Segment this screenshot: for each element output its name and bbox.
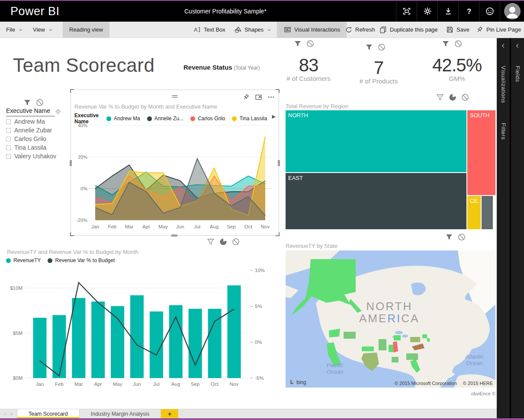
legend-item[interactable]: Andrew Ma — [106, 115, 140, 122]
exclude-icon[interactable] — [231, 237, 240, 246]
shapes-menu[interactable]: Shapes — [234, 22, 272, 38]
checkbox[interactable] — [6, 137, 11, 141]
tab-team-scorecard[interactable]: Team Scorecard — [17, 409, 80, 418]
kpi-card-customers[interactable]: 83 # of Customers — [277, 56, 340, 82]
expand-pane-icon[interactable] — [514, 42, 521, 49]
fields-pane-label[interactable]: Fields — [514, 66, 521, 82]
filter-icon[interactable] — [441, 39, 450, 48]
feedback-button[interactable] — [479, 1, 500, 22]
checkbox[interactable] — [6, 154, 11, 159]
visualizations-pane-label[interactable]: Visualizations — [500, 66, 507, 103]
treemap-visual[interactable]: NORTHEASTSOUTHCE... — [286, 110, 495, 229]
chevron-down-icon — [266, 27, 272, 33]
treemap-tile-ce[interactable]: CE... — [467, 196, 481, 229]
reading-view-button[interactable]: Reading view — [63, 22, 109, 38]
tab-industry-margin-analysis[interactable]: Industry Margin Analysis — [80, 409, 161, 418]
slicer-item[interactable]: Tina Lassila — [6, 143, 56, 152]
combo-chart-plot[interactable]: $10M$5M$0M10%5%0%-5%JanFebMarAprMayJunJu… — [5, 263, 270, 390]
resize-handle-left[interactable] — [70, 160, 72, 166]
legend-scroll-arrow[interactable]: ▶ — [272, 114, 276, 119]
save-button[interactable]: Save — [446, 22, 469, 38]
checkbox[interactable] — [6, 128, 11, 133]
eraser-icon[interactable] — [55, 108, 62, 115]
checkbox[interactable] — [6, 119, 11, 124]
exclude-icon[interactable] — [454, 39, 463, 48]
treemap-tile[interactable] — [482, 196, 493, 229]
resize-handle-bottom[interactable] — [171, 234, 177, 237]
legend-label: RevenueTY — [13, 257, 41, 263]
refresh-button[interactable]: Refresh — [345, 22, 375, 38]
area-chart-plot[interactable]: 40%20%0%-20%JanFebMarAprMayJunJulAugSepO… — [73, 121, 277, 233]
filter-icon[interactable] — [365, 43, 373, 51]
pie-drill-icon[interactable] — [448, 93, 457, 102]
expand-pane-icon[interactable] — [500, 42, 507, 49]
treemap-tile-north[interactable]: NORTH — [286, 110, 466, 172]
legend-item[interactable]: Tina Lassila — [232, 115, 267, 122]
map-visual[interactable]: NORTH AMERICA Pacific Ocean Atlantic Oce… — [286, 250, 495, 388]
svg-text:40%: 40% — [78, 123, 87, 128]
tab-nav-arrows: ‹ › — [0, 409, 17, 418]
duplicate-page-button[interactable]: Duplicate this page — [379, 22, 438, 38]
more-options-icon[interactable] — [267, 93, 275, 101]
treemap-tile-south[interactable]: SOUTH — [467, 110, 495, 195]
text-box-button[interactable]: Text Box — [193, 22, 225, 38]
svg-text:Sep: Sep — [191, 382, 199, 387]
legend-item[interactable]: Annelie Zu... — [147, 115, 183, 122]
settings-button[interactable] — [417, 1, 437, 22]
exclude-icon[interactable] — [35, 98, 44, 107]
focus-mode-icon[interactable] — [254, 93, 263, 101]
kpi-card-products[interactable]: 7 # of Products — [347, 59, 410, 85]
svg-text:Mar: Mar — [74, 382, 83, 387]
filter-icon[interactable] — [445, 233, 453, 241]
combo-chart-legend: RevenueTYRevenue Var % to Budget — [6, 257, 122, 263]
combo-hover-icons — [206, 237, 240, 246]
slicer-item[interactable]: Valery Ushakov — [6, 152, 56, 160]
slicer-list: Andrew MaAnnelie ZubarCarlos GriloTina L… — [6, 117, 56, 160]
kpi-card-gm[interactable]: 42.5% GM% — [425, 56, 489, 82]
filter-icon[interactable] — [23, 98, 32, 107]
filter-icon[interactable] — [293, 39, 302, 48]
slicer-item[interactable]: Carlos Grilo — [6, 135, 56, 143]
fullscreen-button[interactable] — [396, 1, 417, 22]
exec-variance-chart-visual[interactable]: Revenue Var % to Budget by Month and Exe… — [71, 90, 279, 236]
pie-drill-icon[interactable] — [219, 237, 228, 246]
filter-icon[interactable] — [206, 237, 215, 246]
filters-pane-label[interactable]: Filters — [500, 123, 507, 140]
slicer-item-label: Tina Lassila — [14, 144, 46, 151]
visual-interactions-button[interactable]: Visual Interactions — [277, 22, 347, 38]
exclude-icon[interactable] — [457, 233, 466, 241]
report-title: Customer Profitability Sample* — [184, 8, 267, 15]
exclude-icon[interactable] — [377, 43, 386, 51]
legend-item[interactable]: Revenue Var % to Budget — [48, 257, 115, 263]
svg-text:Oct: Oct — [211, 382, 219, 387]
bing-logo[interactable]: bing — [289, 379, 306, 385]
atlantic-ocean-label: Atlantic Ocean — [465, 353, 484, 366]
download-button[interactable] — [437, 1, 458, 22]
next-page-arrow[interactable]: › — [10, 410, 12, 417]
legend-item[interactable]: RevenueTY — [6, 257, 41, 263]
view-menu[interactable]: View — [33, 22, 54, 38]
pin-live-page-button[interactable]: Pin Live Page — [476, 22, 521, 38]
window-bottom-border — [0, 418, 524, 420]
filter-icon[interactable] — [436, 93, 444, 102]
account-button[interactable] — [500, 1, 524, 22]
legend-item[interactable]: Carlos Grilo — [190, 115, 225, 122]
help-button[interactable] — [458, 1, 479, 22]
legend-dot — [48, 258, 52, 263]
resize-handle-right[interactable] — [278, 160, 280, 166]
file-menu[interactable]: File — [6, 22, 24, 38]
exclude-icon[interactable] — [461, 93, 469, 102]
drag-grip-icon[interactable] — [170, 92, 180, 101]
exclude-icon[interactable] — [306, 39, 315, 48]
add-page-button[interactable]: + — [161, 409, 178, 418]
svg-text:Oct: Oct — [244, 224, 253, 229]
prev-page-arrow[interactable]: ‹ — [4, 410, 6, 417]
pacific-ocean-label: Pacific Ocean — [327, 362, 343, 375]
checkbox[interactable] — [6, 145, 11, 150]
treemap-tile-east[interactable]: EAST — [286, 173, 466, 229]
slicer-item[interactable]: Annelie Zubar — [6, 126, 56, 135]
kpi-gm-hover-icons — [441, 39, 463, 48]
frame-corner — [70, 232, 74, 236]
pin-visual-icon[interactable] — [242, 93, 250, 101]
slicer-item[interactable]: Andrew Ma — [6, 117, 56, 126]
